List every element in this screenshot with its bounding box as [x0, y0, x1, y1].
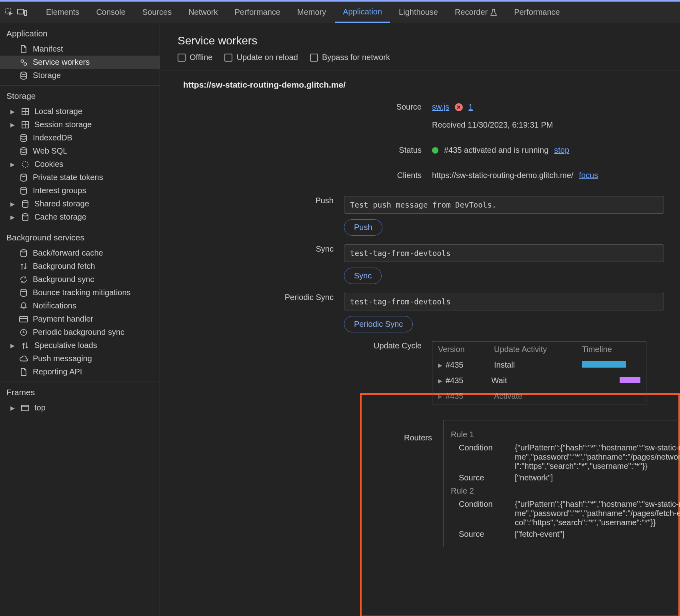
sidebar-item-label: Background sync	[33, 275, 94, 284]
sidebar-item-interest-groups[interactable]: Interest groups	[0, 184, 160, 197]
svg-point-4	[24, 62, 27, 65]
bypass-for-network-checkbox[interactable]: Bypass for network	[310, 53, 390, 62]
sidebar-item-payment-handler[interactable]: Payment handler	[0, 312, 160, 326]
client-url: https://sw-static-routing-demo.glitch.me…	[432, 171, 573, 180]
status-dot-icon	[432, 147, 438, 154]
tab-memory[interactable]: Memory	[289, 2, 334, 23]
sidebar-item-label: IndexedDB	[33, 133, 72, 142]
clock-icon	[19, 328, 28, 337]
rule-1-condition: {"urlPattern":{"hash":"*","hostname":"sw…	[515, 443, 680, 471]
chevron-right-icon: ▶	[10, 214, 16, 220]
chevron-right-icon: ▶	[438, 362, 442, 368]
panel-title: Service workers	[160, 23, 680, 53]
tab-application[interactable]: Application	[335, 2, 390, 23]
sidebar-item-session-storage[interactable]: ▶Session storage	[0, 118, 160, 131]
label-update-cycle: Update Cycle	[160, 339, 432, 350]
sidebar-item-label: Manifest	[33, 44, 63, 54]
svg-rect-17	[20, 316, 28, 322]
database-icon	[19, 249, 28, 258]
periodic-sync-button[interactable]: Periodic Sync	[344, 316, 413, 332]
sidebar-item-bg-sync[interactable]: Background sync	[0, 273, 160, 286]
source-file-link[interactable]: sw.js	[432, 102, 449, 112]
chevron-right-icon: ▶	[438, 393, 442, 400]
sidebar-item-push-messaging[interactable]: Push messaging	[0, 352, 160, 365]
application-sidebar: Application Manifest Service workers Sto…	[0, 23, 160, 616]
svg-rect-2	[24, 10, 26, 16]
sidebar-section-application: Application	[0, 23, 160, 42]
sidebar-item-frame-top[interactable]: ▶top	[0, 401, 160, 414]
uc-row-wait[interactable]: ▶#435 Wait	[432, 373, 646, 388]
sidebar-item-notifications[interactable]: Notifications	[0, 299, 160, 312]
file-icon	[19, 368, 28, 376]
sync-input[interactable]	[344, 244, 664, 262]
sidebar-item-storage[interactable]: Storage	[0, 69, 160, 82]
offline-checkbox[interactable]: Offline	[178, 53, 212, 62]
sidebar-item-indexeddb[interactable]: IndexedDB	[0, 131, 160, 144]
sidebar-item-label: Periodic background sync	[33, 328, 124, 337]
tab-sources[interactable]: Sources	[134, 2, 180, 23]
tab-performance[interactable]: Performance	[227, 2, 289, 23]
sidebar-section-bgservices: Background services	[0, 227, 160, 246]
sidebar-item-private-state-tokens[interactable]: Private state tokens	[0, 171, 160, 184]
uc-head-version: Version	[438, 345, 486, 354]
tab-perf-insights[interactable]: Performance	[506, 2, 568, 23]
sidebar-item-label: Local storage	[34, 107, 82, 116]
error-count-link[interactable]: 1	[468, 102, 473, 112]
update-cycle-table: Version Update Activity Timeline ▶#435 I…	[432, 341, 646, 404]
tab-network[interactable]: Network	[180, 2, 226, 23]
timeline-bar-install	[582, 361, 626, 368]
timeline-bar-wait	[620, 377, 640, 383]
stop-link[interactable]: stop	[554, 146, 569, 155]
svg-point-8	[21, 134, 26, 137]
label-sync: Sync	[160, 242, 344, 254]
rule-2-source: ["fetch-event"]	[515, 530, 680, 539]
file-icon	[19, 45, 28, 54]
sidebar-item-local-storage[interactable]: ▶Local storage	[0, 105, 160, 118]
uc-row-install[interactable]: ▶#435 Install	[432, 357, 646, 373]
tab-recorder-label: Recorder	[455, 8, 488, 17]
sw-origin: https://sw-static-routing-demo.glitch.me…	[160, 70, 680, 97]
cookie-icon	[21, 160, 30, 169]
routers-rules-box: Rule 1 Condition{"urlPattern":{"hash":"*…	[443, 420, 680, 547]
periodic-sync-input[interactable]	[344, 293, 664, 310]
update-on-reload-checkbox[interactable]: Update on reload	[224, 53, 298, 62]
rule-2-source-label: Source	[459, 530, 503, 539]
uc-activity: Install	[494, 360, 574, 370]
sidebar-item-bg-fetch[interactable]: Background fetch	[0, 260, 160, 273]
focus-link[interactable]: focus	[579, 171, 598, 180]
uc-activity: Wait	[491, 376, 567, 385]
tab-lighthouse[interactable]: Lighthouse	[391, 2, 446, 23]
push-input[interactable]	[344, 196, 664, 214]
database-icon	[19, 71, 28, 80]
sidebar-item-label: Session storage	[34, 120, 92, 129]
error-icon[interactable]: ✕	[455, 103, 463, 111]
push-button[interactable]: Push	[344, 219, 382, 236]
sidebar-item-periodic-bg-sync[interactable]: Periodic background sync	[0, 326, 160, 339]
tab-recorder[interactable]: Recorder	[447, 2, 505, 23]
inspect-icon[interactable]	[3, 6, 15, 18]
sync-button[interactable]: Sync	[344, 268, 382, 284]
sidebar-item-service-workers[interactable]: Service workers	[0, 56, 160, 69]
sidebar-item-label: Shared storage	[34, 199, 89, 208]
database-icon	[19, 147, 28, 156]
sidebar-item-reporting-api[interactable]: Reporting API	[0, 365, 160, 378]
tab-console[interactable]: Console	[88, 2, 133, 23]
tab-elements[interactable]: Elements	[38, 2, 87, 23]
sidebar-item-shared-storage[interactable]: ▶Shared storage	[0, 197, 160, 210]
sidebar-item-speculative-loads[interactable]: ▶Speculative loads	[0, 339, 160, 352]
uc-row-activate[interactable]: ▶#435 Activate	[432, 388, 646, 404]
sidebar-item-bf-cache[interactable]: Back/forward cache	[0, 246, 160, 260]
sidebar-item-manifest[interactable]: Manifest	[0, 42, 160, 56]
label-source: Source	[160, 100, 432, 112]
device-toggle-icon[interactable]	[16, 6, 28, 18]
sidebar-item-label: Interest groups	[33, 186, 86, 195]
sidebar-item-cookies[interactable]: ▶Cookies	[0, 158, 160, 171]
sidebar-item-cache-storage[interactable]: ▶Cache storage	[0, 210, 160, 224]
rule-1-source: ["network"]	[515, 473, 680, 482]
chevron-right-icon: ▶	[10, 342, 16, 349]
checkbox-label: Offline	[190, 53, 212, 62]
sidebar-item-bounce-tracking[interactable]: Bounce tracking mitigations	[0, 286, 160, 299]
sidebar-item-label: Private state tokens	[33, 173, 103, 182]
database-icon	[19, 186, 28, 195]
sidebar-item-websql[interactable]: Web SQL	[0, 144, 160, 158]
